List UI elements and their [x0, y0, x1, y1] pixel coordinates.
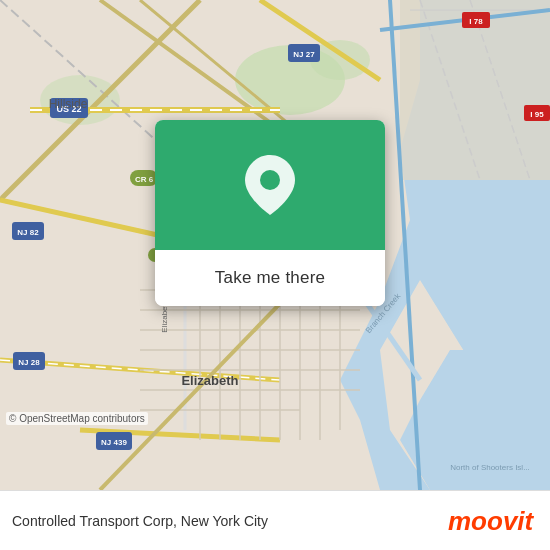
- bottom-bar: Controlled Transport Corp, New York City…: [0, 490, 550, 550]
- location-pin-icon: [240, 150, 300, 220]
- svg-point-64: [260, 170, 280, 190]
- popup-card: Take me there: [155, 120, 385, 306]
- svg-text:moovit: moovit: [448, 506, 535, 536]
- map-attribution: © OpenStreetMap contributors: [6, 412, 148, 425]
- popup-header: [155, 120, 385, 250]
- svg-text:Hillside: Hillside: [49, 97, 88, 111]
- moovit-logo: moovit: [448, 503, 538, 538]
- svg-text:NJ 82: NJ 82: [17, 228, 39, 237]
- svg-text:NJ 27: NJ 27: [293, 50, 315, 59]
- svg-text:NJ 439: NJ 439: [101, 438, 127, 447]
- location-label: Controlled Transport Corp, New York City: [12, 513, 448, 529]
- svg-text:North of Shooters Isl...: North of Shooters Isl...: [450, 463, 530, 472]
- moovit-svg: moovit: [448, 503, 538, 538]
- take-me-there-button[interactable]: Take me there: [155, 250, 385, 306]
- svg-text:CR 6: CR 6: [135, 175, 154, 184]
- svg-text:I 78: I 78: [469, 17, 483, 26]
- svg-text:Elizabeth: Elizabeth: [181, 373, 238, 388]
- map-container: US 22 NJ 27 I 78 I 95 NJ 82 CR 6 CR NJ 2…: [0, 0, 550, 490]
- svg-text:NJ 28: NJ 28: [18, 358, 40, 367]
- svg-text:I 95: I 95: [530, 110, 544, 119]
